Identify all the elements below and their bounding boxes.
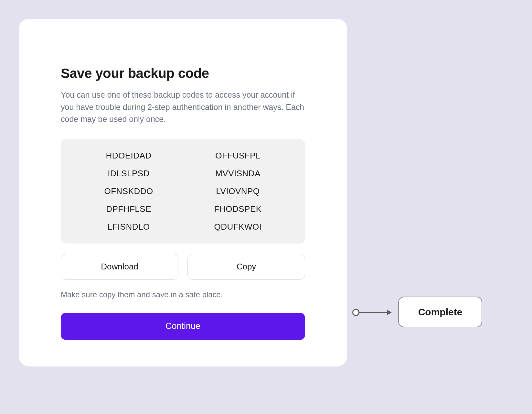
backup-code: OFNSKDDO <box>104 186 153 196</box>
backup-code: LVIOVNPQ <box>216 186 260 196</box>
arrow-head-icon <box>387 310 392 315</box>
hint-text: Make sure copy them and save in a safe p… <box>61 290 305 299</box>
card-description: You can use one of these backup codes to… <box>61 89 305 125</box>
backup-codes-container: HDOEIDAD IDLSLPSD OFNSKDDO DPFHFLSE LFIS… <box>61 139 305 244</box>
copy-button[interactable]: Copy <box>187 254 305 280</box>
continue-button[interactable]: Continue <box>61 313 305 340</box>
codes-column-left: HDOEIDAD IDLSLPSD OFNSKDDO DPFHFLSE LFIS… <box>104 151 153 232</box>
card-title: Save your backup code <box>61 66 305 81</box>
action-button-row: Download Copy <box>61 254 305 280</box>
backup-code: IDLSLPSD <box>108 169 150 179</box>
complete-label: Complete <box>418 307 463 318</box>
backup-code-card: Save your backup code You can use one of… <box>19 19 347 366</box>
arrow-line-icon <box>359 312 388 313</box>
backup-code: LFISNDLO <box>108 222 150 232</box>
flow-arrow-icon <box>352 309 392 316</box>
arrow-start-circle-icon <box>352 309 359 316</box>
backup-code: DPFHFLSE <box>106 204 151 214</box>
codes-column-right: OFFUSFPL MVVISNDA LVIOVNPQ FHODSPEK QDUF… <box>214 151 262 232</box>
complete-state-badge: Complete <box>398 297 482 327</box>
backup-code: MVVISNDA <box>215 169 261 179</box>
backup-code: FHODSPEK <box>214 204 262 214</box>
backup-code: HDOEIDAD <box>106 151 151 161</box>
backup-code: QDUFKWOI <box>214 222 262 232</box>
download-button[interactable]: Download <box>61 254 178 280</box>
backup-code: OFFUSFPL <box>215 151 261 161</box>
